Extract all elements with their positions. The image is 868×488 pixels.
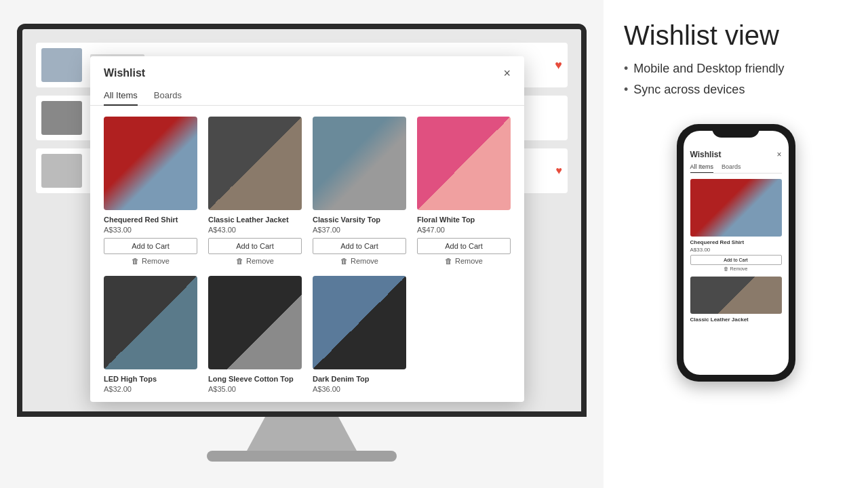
product-card-5: LED High Tops A$32.00 Add to Cart [104,276,197,397]
product-card-7: Dark Denim Top A$36.00 Add to Cart [313,276,406,397]
remove-button-4[interactable]: 🗑 Remove [417,257,511,265]
product-img-cotton-top [208,276,302,369]
product-card-4: Floral White Top A$47.00 Add to Cart 🗑 R… [417,117,511,265]
feature-item-1: • Mobile and Desktop friendly [624,62,848,76]
product-grid: Chequered Red Shirt A$33.00 Add to Cart … [104,117,511,397]
product-name-2: Classic Leather Jacket [208,216,302,224]
tab-boards[interactable]: Boards [154,86,182,106]
add-to-cart-button-1[interactable]: Add to Cart [104,238,197,254]
features-list: • Mobile and Desktop friendly • Sync acr… [624,62,848,97]
feature-item-2: • Sync across devices [624,83,848,97]
product-name-3: Classic Varsity Top [313,216,406,224]
phone-wishlist-modal: Wishlist × All Items Boards Chequered Re… [684,131,789,335]
modal-title: Wishlist [104,67,145,79]
product-img-leather-jacket [208,117,302,210]
monitor-base [207,451,397,462]
add-to-cart-button-2[interactable]: Add to Cart [208,238,302,254]
product-img-4 [417,117,511,210]
product-img-floral-top [417,117,511,210]
feature-label-2: Sync across devices [633,83,745,97]
product-card-3: Classic Varsity Top A$37.00 Add to Cart … [313,117,406,265]
phone-product-price-1: A$33.00 [690,247,782,253]
bg-product-thumb-3 [41,154,82,188]
product-name-1: Chequered Red Shirt [104,216,197,224]
tab-all-items[interactable]: All Items [104,86,138,106]
bullet-2: • [624,83,628,97]
remove-button-1[interactable]: 🗑 Remove [104,257,197,265]
phone-product-2: Classic Leather Jacket [690,277,782,323]
add-to-cart-button-4[interactable]: Add to Cart [417,238,511,254]
product-price-4: A$47.00 [417,226,511,234]
phone-product-img-1 [690,179,782,237]
page-title: Wishlist view [624,20,848,51]
phone-tab-boards[interactable]: Boards [722,163,741,173]
wishlist-modal: Wishlist × All Items Boards Chequ [90,56,524,402]
product-img-red-shirt [104,117,197,210]
product-name-7: Dark Denim Top [313,375,406,383]
product-price-3: A$37.00 [313,226,406,234]
bg-heart-3: ♥ [556,165,563,177]
bullet-1: • [624,62,628,76]
trash-icon-3: 🗑 [340,257,348,265]
product-img-6 [208,276,302,369]
phone-tab-all-items[interactable]: All Items [690,163,714,173]
product-name-6: Long Sleeve Cotton Top [208,375,302,383]
remove-button-2[interactable]: 🗑 Remove [208,257,302,265]
phone-mockup: Wishlist × All Items Boards Chequered Re… [677,124,795,382]
modal-close-button[interactable]: × [503,67,511,79]
modal-body: Chequered Red Shirt A$33.00 Add to Cart … [90,106,524,397]
modal-tabs: All Items Boards [90,79,524,106]
trash-icon-2: 🗑 [236,257,243,265]
product-price-6: A$35.00 [208,385,302,393]
product-price-7: A$36.00 [313,385,406,393]
product-price-2: A$43.00 [208,226,302,234]
product-price-1: A$33.00 [104,226,197,234]
remove-button-3[interactable]: 🗑 Remove [313,257,406,265]
product-img-3 [313,117,406,210]
phone-product-name-1: Chequered Red Shirt [690,239,782,245]
desktop-monitor: ♥ ♥ [17,24,587,464]
phone-remove-1[interactable]: 🗑 Remove [690,266,782,271]
phone-notch [712,124,760,138]
product-img-denim-top [313,276,406,369]
phone-product-name-2: Classic Leather Jacket [690,317,782,323]
phone-tabs: All Items Boards [690,163,782,174]
product-img-led-hightops [104,276,197,369]
product-img-2 [208,117,302,210]
product-img-7 [313,276,406,369]
product-img-1 [104,117,197,210]
feature-label-1: Mobile and Desktop friendly [633,62,784,76]
phone-product-1: Chequered Red Shirt A$33.00 Add to Cart … [690,179,782,271]
phone-modal-title: Wishlist [690,150,782,159]
phone-add-to-cart-1[interactable]: Add to Cart [690,255,782,265]
modal-header: Wishlist × [90,56,524,79]
phone-screen: Wishlist × All Items Boards Chequered Re… [684,131,789,375]
product-card-1: Chequered Red Shirt A$33.00 Add to Cart … [104,117,197,265]
monitor-stand [241,417,363,451]
phone-close-button[interactable]: × [776,150,781,159]
bg-product-thumb-1 [41,48,82,82]
bg-product-thumb-2 [41,101,82,135]
add-to-cart-button-3[interactable]: Add to Cart [313,238,406,254]
phone-container: Wishlist × All Items Boards Chequered Re… [624,124,848,474]
phone-product-img-2 [690,277,782,314]
product-img-varsity-top [313,117,406,210]
product-name-5: LED High Tops [104,375,197,383]
product-name-4: Floral White Top [417,216,511,224]
left-section: ♥ ♥ [0,0,604,488]
product-card-2: Classic Leather Jacket A$43.00 Add to Ca… [208,117,302,265]
product-card-6: Long Sleeve Cotton Top A$35.00 Add to Ca… [208,276,302,397]
trash-icon-4: 🗑 [445,257,452,265]
bg-heart-1: ♥ [555,58,562,73]
trash-icon-1: 🗑 [132,257,139,265]
product-img-5 [104,276,197,369]
right-section: Wishlist view • Mobile and Desktop frien… [604,0,868,488]
product-price-5: A$32.00 [104,385,197,393]
right-content-top: Wishlist view • Mobile and Desktop frien… [624,20,848,110]
monitor-screen: ♥ ♥ [17,24,587,417]
